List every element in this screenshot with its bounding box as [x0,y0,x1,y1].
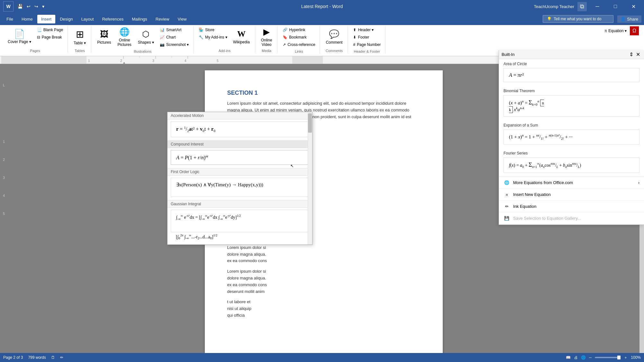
online-video-button[interactable]: ▶ OnlineVideo [259,26,275,48]
minimize-button[interactable]: ─ [590,0,605,13]
blank-page-button[interactable]: 📃 Blank Page [35,26,65,33]
ribbon-group-pages: 📄 Cover Page ▾ 📃 Blank Page ⊟ Page Break… [3,26,68,53]
gaussian-integral-formula[interactable]: ∫-∞∞ e-x²dx = [∫-∞∞e-x²dx ∫-∞∞e-y²dy]1/2 [171,210,309,232]
compound-interest-formula[interactable]: A = P(1 + r/n)nt [171,150,309,165]
redo-button[interactable]: ↪ [33,3,40,10]
menu-view[interactable]: View [174,15,190,23]
language-icon[interactable]: 🗒 [51,355,55,360]
bookmark-button[interactable]: 🔖 Bookmark [281,34,317,41]
menu-bar: File Home Insert Design Layout Reference… [0,13,644,25]
equation-button[interactable]: π Equation ▾ [603,27,629,34]
user-name: TeachUcomp Teacher [534,4,575,9]
zoom-in-button[interactable]: ＋ [624,355,628,360]
footer-button[interactable]: ⬇ Footer [351,34,383,41]
zoom-out-button[interactable]: ─ [589,355,592,360]
equation-label: Equation ▾ [608,29,627,33]
my-addins-button[interactable]: 🔧 My Add-ins ▾ [197,34,229,41]
page-break-button[interactable]: ⊟ Page Break [35,34,65,41]
my-addins-label: My Add-ins ▾ [205,35,227,40]
inline-equations-popup: Accelerated Motion r = 1/2at² + v0t + r0… [167,112,313,245]
zoom-slider[interactable] [595,357,621,358]
first-order-logic-formula[interactable]: ∃x(Person(x) ∧ ∀y(Time(y) → Happy(x,y))) [171,178,309,197]
pictures-button[interactable]: 🖼 Pictures [95,26,113,48]
line-num-2: 2 [3,158,5,162]
table-button[interactable]: ⊞ Table ▾ [71,26,88,48]
print-layout-icon[interactable]: 🖨 [574,355,578,360]
word-count: 799 words [28,355,46,360]
restore-window-icon[interactable]: ⧉ [577,2,587,11]
popup-scroll-thumb[interactable] [308,113,312,133]
share-button[interactable]: 👤 Share [617,15,641,23]
cross-reference-button[interactable]: ↗ Cross-reference [281,41,317,48]
popup-scrollbar[interactable] [308,112,312,244]
menu-review[interactable]: Review [152,15,173,23]
online-pictures-button[interactable]: 🌐 OnlinePictures [115,26,134,48]
section2-para4: t ut labore etnisi ut aliquipqui officia [227,299,420,319]
ink-equation-button[interactable]: ✏ Ink Equation [499,201,644,213]
cover-page-label: Cover Page ▾ [8,40,31,44]
tell-me-search[interactable]: 💡 Tell me what you want to do [543,15,613,23]
maximize-button[interactable]: □ [608,0,623,13]
bookmark-label: Bookmark [289,35,306,40]
comments-items: 💬 Comment [323,26,345,48]
page-break-label: Page Break [42,35,62,40]
illustrations-group-label: Illustrations [134,49,152,53]
screenshot-button[interactable]: 📷 Screenshot ▾ [158,41,191,48]
web-layout-icon[interactable]: 🌐 [581,355,586,360]
menu-references[interactable]: References [98,15,127,23]
doc-scroll-area: L 1 2 3 4 5 SECTION 1 Lorem ipsum dolor … [0,64,644,362]
insert-new-equation-button[interactable]: π Insert New Equation [499,189,644,201]
footer-icon: ⬇ [353,35,356,40]
menu-home[interactable]: Home [18,15,37,23]
screenshot-label: Screenshot ▾ [166,42,189,47]
gi-formula-text: ∫-∞∞ e-x²dx = [∫-∞∞e-x²dx ∫-∞∞e-y²dy]1/2 [176,215,241,220]
close-button[interactable]: ✕ [626,0,641,13]
smartart-button[interactable]: 📊 SmartArt [158,26,191,33]
page-number-button[interactable]: # Page Number [351,41,383,48]
save-button[interactable]: 💾 [16,3,24,10]
status-left: Page 2 of 3 799 words 🗒 ✏ [3,355,63,360]
cover-page-button[interactable]: 📄 Cover Page ▾ [5,26,34,48]
header-icon: ⬆ [353,28,356,32]
expansion-name: Expansion of a Sum [499,120,644,128]
expansion-formula[interactable]: (1 + x)n = 1 + nx/1! + n(n-1)x²/2! + ··· [503,129,639,145]
hyperlink-icon: 🔗 [283,28,287,32]
header-button[interactable]: ⬆ Header ▾ [351,26,383,33]
gi-formula-cont: [∫02π ∫-∞∞...-r2...d...a0]1/2 [171,232,309,241]
fourier-formula[interactable]: f(x) = a0 + Σn=1∞(ancosnπx/L + bnsinnπx/… [503,157,639,173]
wikipedia-button[interactable]: W Wikipedia [231,26,252,48]
customize-qat-button[interactable]: ▾ [41,3,46,10]
comment-button[interactable]: 💬 Comment [323,26,345,48]
hf-col: ⬆ Header ▾ ⬇ Footer # Page Number [351,26,383,48]
accelerated-motion-formula[interactable]: r = 1/2at² + v0t + r0 [171,121,309,137]
edit-mode-icon[interactable]: ✏ [60,355,63,360]
menu-file[interactable]: File [3,15,17,23]
chart-button[interactable]: 📈 Chart [158,34,191,41]
menu-layout[interactable]: Layout [77,15,98,23]
menu-mailings[interactable]: Mailings [128,15,151,23]
online-pictures-label: OnlinePictures [117,38,131,47]
online-video-label: OnlineVideo [261,38,272,47]
online-video-icon: ▶ [263,27,270,37]
fourier-name: Fourier Series [499,148,644,156]
comment-label: Comment [326,40,342,45]
menu-design[interactable]: Design [56,15,77,23]
shapes-button[interactable]: ⬡ Shapes ▾ [135,26,157,48]
store-button[interactable]: 🏪 Store [197,26,229,33]
read-mode-icon[interactable]: 📖 [566,355,571,360]
fourier-label: Fourier Series [503,151,528,155]
menu-insert[interactable]: Insert [37,15,56,23]
store-icon: 🏪 [199,28,204,32]
pages-items: 📄 Cover Page ▾ 📃 Blank Page ⊟ Page Break [5,26,65,48]
symbol-button[interactable]: Ω [630,26,639,35]
binomial-formula[interactable]: (x + a)n = Σk=0n nk xkan-k [503,95,639,117]
undo-button[interactable]: ↩ [25,3,32,10]
page-break-icon: ⊟ [37,35,40,40]
area-circle-formula[interactable]: A = πr² [503,68,639,82]
more-equations-button[interactable]: 🌐 More Equations from Office.com › [499,177,644,189]
hyperlink-button[interactable]: 🔗 Hyperlink [281,26,317,33]
more-equations-label: More Equations from Office.com [513,180,573,185]
chart-icon: 📈 [160,35,165,40]
area-circle-name: Area of Circle [499,64,644,67]
line-num-1: 1 [3,140,5,144]
